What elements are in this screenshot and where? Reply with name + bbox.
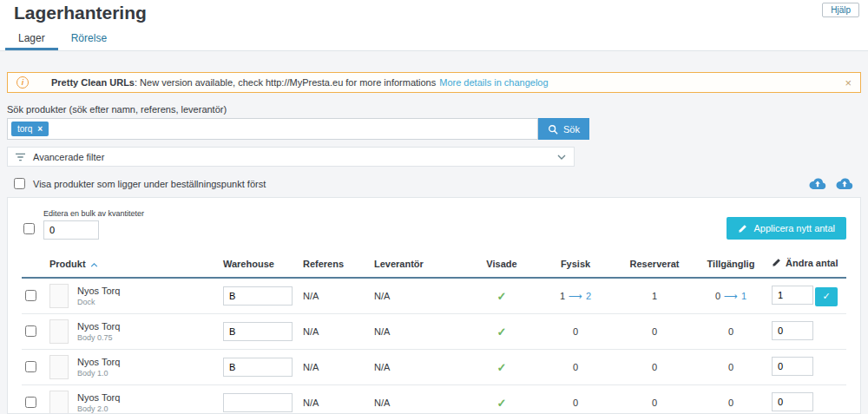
reference-value: N/A	[299, 385, 371, 414]
warehouse-input[interactable]	[223, 286, 293, 306]
remove-tag-icon[interactable]: ×	[37, 124, 43, 134]
quantity-edit-input[interactable]	[772, 321, 813, 340]
product-thumbnail	[49, 284, 69, 308]
available-quantity: 0	[694, 314, 768, 350]
reference-value: N/A	[299, 314, 371, 350]
supplier-value: N/A	[371, 385, 468, 414]
visible-check-icon: ✓	[497, 325, 507, 338]
visible-check-icon: ✓	[497, 361, 507, 374]
reserved-quantity: 0	[615, 385, 694, 414]
info-icon: i	[16, 76, 29, 89]
advanced-filters-label: Avancerade filter	[33, 152, 104, 162]
low-stock-checkbox[interactable]	[14, 178, 25, 189]
table-row: Nyos Torq Body 0.75 N/A N/A ✓ 0 0 0 ✓	[22, 314, 846, 350]
physical-quantity: 0	[536, 350, 615, 385]
import-icon[interactable]	[835, 177, 854, 190]
changelog-link[interactable]: More details in changelog	[439, 77, 548, 88]
banner-text: Pretty Clean URLs: New version available…	[51, 77, 549, 88]
physical-quantity: 1⟶2	[536, 278, 615, 314]
supplier-value: N/A	[371, 278, 468, 314]
product-thumbnail	[49, 391, 69, 414]
header-reference: Referens	[299, 251, 371, 278]
table-body: Nyos Torq Dock N/A N/A ✓ 1⟶2 1 0⟶1 ✓ Nyo…	[22, 278, 846, 414]
pencil-icon	[772, 259, 781, 269]
product-name: Nyos Torq	[77, 392, 120, 403]
header-visible: Visade	[468, 251, 536, 278]
search-tag: torq ×	[11, 122, 49, 136]
search-input[interactable]: torq ×	[7, 118, 538, 140]
search-tag-label: torq	[17, 124, 32, 134]
quantity-edit-input[interactable]	[772, 392, 813, 411]
product-name: Nyos Torq	[77, 357, 120, 367]
bulk-quantity-input[interactable]	[43, 220, 99, 240]
product-thumbnail	[49, 355, 69, 379]
top-bar: Lagerhantering Hjälp	[0, 0, 868, 26]
advanced-filters-toggle[interactable]: Avancerade filter	[7, 147, 575, 167]
header-available: Tillgänglig	[694, 251, 768, 278]
warehouse-input[interactable]	[223, 393, 293, 412]
header-edit-quantity: Ändra antal	[768, 251, 846, 278]
bulk-quantity-field: Editera en bulk av kvantiteter	[43, 209, 144, 240]
select-all-checkbox[interactable]	[23, 223, 35, 234]
physical-quantity: 0	[536, 314, 615, 350]
tab-rorelse[interactable]: Rörelse	[58, 26, 120, 50]
header-warehouse: Warehouse	[220, 251, 299, 278]
pencil-icon	[738, 224, 747, 233]
stock-table: Produkt Warehouse Referens Leverantör Vi…	[22, 251, 846, 414]
header-product[interactable]: Produkt	[46, 251, 220, 278]
physical-quantity: 0	[536, 385, 615, 414]
available-quantity: 0⟶1	[694, 278, 768, 314]
supplier-value: N/A	[371, 314, 468, 350]
apply-new-quantity-button[interactable]: Applicera nytt antal	[727, 217, 846, 240]
tab-lager[interactable]: Lager	[5, 26, 58, 50]
search-button[interactable]: Sök	[538, 118, 589, 140]
page-title: Lagerhantering	[14, 3, 147, 23]
content-area: i Pretty Clean URLs: New version availab…	[0, 51, 868, 414]
reserved-quantity: 0	[615, 350, 694, 385]
stock-panel: Editera en bulk av kvantiteter Applicera…	[7, 197, 861, 414]
export-icon[interactable]	[808, 177, 827, 190]
row-checkbox[interactable]	[25, 290, 36, 301]
close-icon[interactable]: ×	[845, 76, 852, 89]
visible-check-icon: ✓	[497, 397, 507, 410]
help-button[interactable]: Hjälp	[822, 3, 859, 17]
sort-up-icon	[90, 259, 98, 269]
quantity-edit-input[interactable]	[772, 357, 813, 376]
table-row: Nyos Torq Dock N/A N/A ✓ 1⟶2 1 0⟶1 ✓	[22, 278, 846, 314]
product-name: Nyos Torq	[77, 321, 120, 332]
filter-icon	[16, 153, 25, 161]
table-row: Nyos Torq Body 1.0 N/A N/A ✓ 0 0 0 ✓	[22, 350, 846, 385]
visible-check-icon: ✓	[497, 290, 507, 303]
low-stock-row: Visa produkter som ligger under beställn…	[14, 177, 854, 190]
low-stock-label: Visa produkter som ligger under beställn…	[33, 179, 266, 189]
warehouse-input[interactable]	[223, 358, 293, 377]
available-quantity: 0	[694, 350, 768, 385]
header-reserved: Reserverat	[615, 251, 694, 278]
product-variant: Dock	[77, 298, 120, 306]
header-physical: Fysisk	[536, 251, 615, 278]
bulk-quantity-label: Editera en bulk av kvantiteter	[43, 209, 144, 218]
header-supplier: Leverantör	[371, 251, 468, 278]
reference-value: N/A	[299, 278, 371, 314]
warehouse-input[interactable]	[223, 322, 293, 341]
confirm-button[interactable]: ✓	[815, 287, 838, 306]
quantity-edit-input[interactable]	[772, 286, 813, 305]
row-checkbox[interactable]	[25, 361, 36, 372]
search-label: Sök produkter (sök efter namn, referens,…	[7, 104, 861, 115]
reserved-quantity: 0	[615, 314, 694, 350]
product-variant: Body 0.75	[77, 333, 120, 342]
header-checkbox-column	[22, 251, 46, 278]
row-checkbox[interactable]	[25, 325, 36, 337]
chevron-down-icon	[557, 154, 566, 160]
product-name: Nyos Torq	[77, 286, 120, 296]
tab-bar: Lager Rörelse	[0, 26, 868, 51]
row-checkbox[interactable]	[25, 397, 36, 408]
table-header-row: Produkt Warehouse Referens Leverantör Vi…	[22, 251, 846, 278]
bulk-edit-row: Editera en bulk av kvantiteter Applicera…	[22, 209, 846, 240]
notification-banner: i Pretty Clean URLs: New version availab…	[7, 72, 861, 93]
search-row: torq × Sök	[7, 118, 861, 140]
search-icon	[548, 124, 558, 135]
reference-value: N/A	[299, 350, 371, 385]
product-variant: Body 2.0	[77, 404, 120, 413]
reserved-quantity: 1	[615, 278, 694, 314]
